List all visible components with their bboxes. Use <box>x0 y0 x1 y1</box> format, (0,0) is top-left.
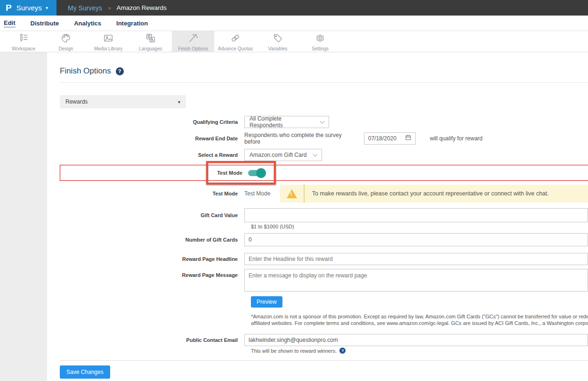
breadcrumb-my-surveys[interactable]: My Surveys <box>68 4 102 12</box>
toolbar-item-label: Languages <box>139 46 162 51</box>
edit-toolbar: Workspace Design Media Library Languages… <box>0 31 588 52</box>
tab-integration[interactable]: Integration <box>116 20 148 27</box>
chevron-down-icon <box>320 119 325 123</box>
page-title: Finish Options <box>60 66 111 76</box>
questionpro-logo: P <box>6 3 12 13</box>
disclaimer-line-2: affiliated websites. For complete terms … <box>251 320 588 326</box>
toolbar-item-variables[interactable]: Variables <box>257 31 299 52</box>
select-reward-value: Amazon.com Gift Card <box>250 152 307 158</box>
chain-links-icon <box>230 33 241 45</box>
reward-end-date-prefix: Respondents who complete the survey befo… <box>244 132 358 145</box>
select-reward-select[interactable]: Amazon.com Gift Card <box>244 149 322 161</box>
surveys-menu[interactable]: P Surveys ▾ <box>0 0 56 16</box>
chevron-down-icon: ▾ <box>46 5 48 10</box>
gift-card-value-label: Gift Card Value <box>60 212 244 218</box>
number-of-gift-cards-label: Number of Gift Cards <box>60 237 244 243</box>
amazon-disclaimer: *Amazon.com is not a sponsor of this pro… <box>251 313 588 326</box>
toggle-knob <box>256 168 266 178</box>
toolbar-item-settings[interactable]: Settings <box>299 31 341 52</box>
magic-wand-icon <box>188 33 198 45</box>
toolbar-item-workspace[interactable]: Workspace <box>2 31 45 52</box>
calendar-icon[interactable] <box>405 134 411 143</box>
toolbar-item-media-library[interactable]: Media Library <box>87 31 129 52</box>
product-name: Surveys <box>16 4 42 12</box>
test-mode-toggle[interactable] <box>248 170 265 176</box>
toolbar-item-languages[interactable]: Languages <box>129 31 172 52</box>
divider <box>60 82 588 83</box>
test-mode-status-label: Test Mode <box>60 191 244 196</box>
survey-tab-bar: Edit Distribute Analytics Integration <box>0 16 588 31</box>
select-reward-label: Select a Reward <box>60 152 244 158</box>
reward-page-message-input[interactable] <box>244 269 588 292</box>
breadcrumb-current: Amazon Rewards <box>117 4 167 11</box>
preview-button[interactable]: Preview <box>251 296 282 308</box>
reward-page-headline-input[interactable] <box>244 253 588 265</box>
rewards-form: Qualifying Criteria All Complete Respond… <box>60 116 588 379</box>
tab-distribute[interactable]: Distribute <box>31 20 59 27</box>
test-mode-toggle-label: Test Mode <box>217 170 242 176</box>
public-contact-email-helper: This will be shown to reward winners. ? <box>251 348 588 354</box>
image-icon <box>103 33 113 45</box>
workspace-icon <box>18 33 29 45</box>
toolbar-item-label: Media Library <box>94 46 123 51</box>
help-icon[interactable]: ? <box>116 67 124 75</box>
breadcrumb: My Surveys > Amazon Rewards <box>68 0 167 16</box>
reward-end-date-value: 07/18/2020 <box>368 135 405 142</box>
test-mode-status-value: Test Mode <box>244 190 280 197</box>
qualifying-criteria-value: All Complete Respondents <box>250 115 314 129</box>
toolbar-item-label: Workspace <box>12 46 35 51</box>
translate-icon <box>145 33 156 45</box>
toolbar-item-advance-quotas[interactable]: Advance Quotas <box>214 31 257 52</box>
public-contact-email-label: Public Contact Email <box>60 337 244 343</box>
warning-triangle-icon: ! <box>287 189 297 198</box>
gift-card-value-input[interactable] <box>244 208 588 222</box>
workspace: Finish Options ? Rewards ▾ Qualifying Cr… <box>0 52 588 381</box>
toolbar-item-label: Settings <box>312 46 329 51</box>
disclaimer-line-1: *Amazon.com is not a sponsor of this pro… <box>251 313 588 320</box>
annotation-red-box: Test Mode <box>206 161 276 185</box>
toolbar-item-label: Finish Options <box>178 46 208 51</box>
warning-icon-cell: ! <box>280 185 305 203</box>
test-mode-warning: ! To make rewards live, please contact y… <box>280 185 588 203</box>
public-contact-email-input[interactable] <box>244 334 588 346</box>
toolbar-item-label: Variables <box>268 46 288 51</box>
palette-icon <box>61 33 71 45</box>
breadcrumb-separator-icon: > <box>108 5 111 11</box>
number-of-gift-cards-input[interactable] <box>244 233 588 246</box>
reward-end-date-input[interactable]: 07/18/2020 <box>364 132 416 145</box>
reward-end-date-suffix: will qualify for reward <box>430 135 483 142</box>
toolbar-item-label: Advance Quotas <box>218 46 253 51</box>
finish-options-panel: Finish Options ? Rewards ▾ Qualifying Cr… <box>47 52 588 381</box>
qualifying-criteria-select[interactable]: All Complete Respondents <box>244 116 329 128</box>
toolbar-item-finish-options[interactable]: Finish Options <box>172 31 214 52</box>
left-rail <box>0 52 47 381</box>
tag-icon <box>273 33 283 45</box>
reward-end-date-label: Reward End Date <box>60 136 244 141</box>
tab-edit[interactable]: Edit <box>4 19 16 27</box>
rewards-section-value: Rewards <box>65 98 178 105</box>
qualifying-criteria-label: Qualifying Criteria <box>60 119 244 125</box>
reward-page-message-label: Reward Page Message <box>60 269 244 278</box>
gear-icon <box>315 33 325 45</box>
gift-card-value-helper: $1 to $1000 (USD) <box>251 224 588 229</box>
top-bar: P Surveys ▾ My Surveys > Amazon Rewards <box>0 0 588 16</box>
caret-down-icon: ▾ <box>178 99 180 105</box>
tab-analytics[interactable]: Analytics <box>74 20 101 27</box>
toolbar-item-label: Design <box>58 46 73 51</box>
annotation-red-band: Test Mode <box>60 165 588 181</box>
save-changes-button[interactable]: Save Changes <box>60 365 110 379</box>
rewards-section-dropdown[interactable]: Rewards ▾ <box>60 95 186 108</box>
divider <box>60 360 588 361</box>
chevron-down-icon <box>313 152 318 156</box>
help-icon[interactable]: ? <box>339 348 346 354</box>
warning-text: To make rewards live, please contact you… <box>305 185 549 203</box>
toolbar-item-design[interactable]: Design <box>45 31 87 52</box>
reward-page-headline-label: Reward Page Headline <box>60 256 244 262</box>
app-root: P Surveys ▾ My Surveys > Amazon Rewards … <box>0 0 588 381</box>
